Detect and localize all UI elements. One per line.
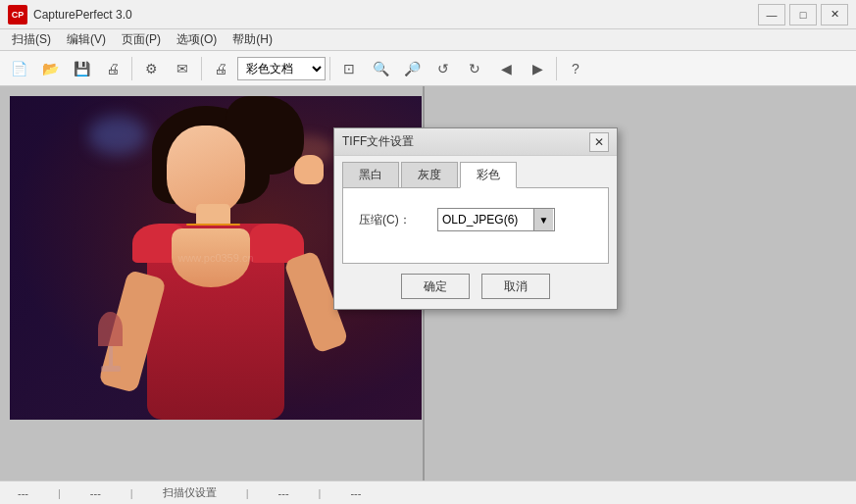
cancel-button[interactable]: 取消 (481, 274, 550, 299)
compression-field: 压缩(C)： OLD_JPEG(6) NONE LZW PackBits JPE… (359, 208, 592, 231)
tiff-settings-dialog: TIFF文件设置 ✕ 黑白 灰度 彩色 压缩(C)： OLD_JPEG(6) N… (333, 127, 618, 310)
dialog-buttons: 确定 取消 (334, 264, 617, 309)
compression-select[interactable]: OLD_JPEG(6) NONE LZW PackBits JPEG(7) (437, 208, 555, 231)
tab-bw[interactable]: 黑白 (342, 162, 399, 187)
confirm-button[interactable]: 确定 (401, 274, 470, 299)
dialog-close-button[interactable]: ✕ (589, 132, 609, 152)
compression-label: 压缩(C)： (359, 212, 437, 228)
dialog-tabs: 黑白 灰度 彩色 (334, 156, 617, 187)
tab-color[interactable]: 彩色 (460, 162, 517, 188)
tab-grayscale[interactable]: 灰度 (401, 162, 458, 187)
dialog-content: 压缩(C)： OLD_JPEG(6) NONE LZW PackBits JPE… (342, 187, 609, 264)
dialog-overlay: TIFF文件设置 ✕ 黑白 灰度 彩色 压缩(C)： OLD_JPEG(6) N… (0, 0, 856, 504)
compression-select-wrap: OLD_JPEG(6) NONE LZW PackBits JPEG(7) ▼ (437, 208, 555, 231)
dialog-title: TIFF文件设置 (342, 133, 589, 150)
dialog-title-bar: TIFF文件设置 ✕ (334, 128, 617, 156)
